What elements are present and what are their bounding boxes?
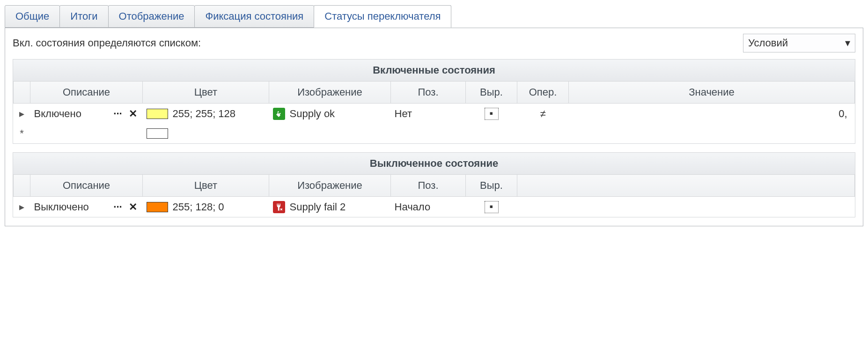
clear-button[interactable]: ✕ [127,201,139,213]
tab-general[interactable]: Общие [5,5,60,28]
tab-switch-statuses[interactable]: Статусы переключателя [314,5,451,28]
list-type-combo[interactable]: Условий ▾ [743,34,855,52]
header-blank-off [517,175,855,197]
on-pos-cell[interactable]: Нет [391,104,466,124]
on-value-cell[interactable]: 0, [569,104,855,124]
ellipsis-button[interactable]: ··· [112,108,124,120]
header-oper[interactable]: Опер. [517,82,569,104]
tab-totals[interactable]: Итоги [59,5,108,28]
header-color[interactable]: Цвет [143,82,269,104]
ellipsis-button[interactable]: ··· [112,201,124,213]
header-expr-off[interactable]: Выр. [466,175,517,197]
header-expr[interactable]: Выр. [466,82,517,104]
off-pos-cell[interactable]: Начало [391,197,466,217]
header-pos[interactable]: Поз. [391,82,466,104]
on-image-text: Supply ok [290,108,335,120]
clear-button[interactable]: ✕ [127,108,139,120]
plug-fail-icon [273,201,285,213]
header-pos-off[interactable]: Поз. [391,175,466,197]
table-row[interactable]: ▸ Выключено ··· ✕ 255; 128; 0 [14,197,855,217]
color-swatch-empty[interactable] [147,128,168,139]
off-state-grid: Выключенное состояние Описание Цвет Изоб… [13,152,855,217]
header-desc[interactable]: Описание [30,82,143,104]
off-grid-title: Выключенное состояние [13,153,855,175]
tab-state-fix[interactable]: Фиксация состояния [194,5,314,28]
header-image-off[interactable]: Изображение [269,175,391,197]
combo-value: Условий [748,37,788,49]
tab-bar: Общие Итоги Отображение Фиксация состоян… [5,5,863,28]
header-image[interactable]: Изображение [269,82,391,104]
row-indicator-icon: ▸ [14,104,30,124]
header-rowhandle-off [14,175,30,197]
intro-label: Вкл. состояния определяются списком: [13,37,201,49]
color-swatch[interactable] [147,202,168,212]
off-image-text: Supply fail 2 [290,201,346,213]
new-row[interactable]: * [14,124,855,143]
expression-button[interactable]: ▪ [485,201,499,213]
header-desc-off[interactable]: Описание [30,175,143,197]
new-row-icon: * [14,124,30,143]
table-row[interactable]: ▸ Включено ··· ✕ 255; 255; 128 [14,104,855,124]
tab-display[interactable]: Отображение [108,5,195,28]
on-desc-text: Включено [34,108,81,120]
header-rowhandle [14,82,30,104]
on-grid-title: Включенные состояния [13,60,855,82]
on-states-grid: Включенные состояния Описание Цвет Изобр… [13,59,855,144]
expression-button[interactable]: ▪ [485,108,499,120]
plug-ok-icon [273,108,285,120]
tab-page: Вкл. состояния определяются списком: Усл… [5,28,863,226]
color-swatch[interactable] [147,109,168,119]
chevron-down-icon: ▾ [845,37,850,49]
off-color-text: 255; 128; 0 [173,201,224,213]
header-color-off[interactable]: Цвет [143,175,269,197]
off-desc-text: Выключено [34,201,89,213]
on-oper-cell[interactable]: ≠ [517,104,569,124]
row-indicator-icon: ▸ [14,197,30,217]
header-value[interactable]: Значение [569,82,855,104]
on-color-text: 255; 255; 128 [173,108,236,120]
